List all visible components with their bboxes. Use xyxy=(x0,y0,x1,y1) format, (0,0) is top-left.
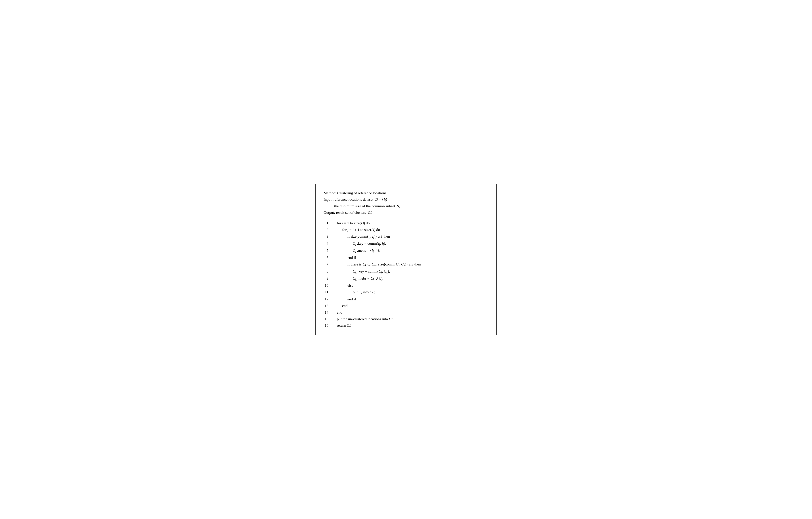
line-content-9: Ck .mebs = Ck ∪ Ci; xyxy=(331,275,383,282)
line-num-7: 7. xyxy=(324,261,331,268)
method-title: Method: Clustering of reference location… xyxy=(324,190,488,197)
line-10: 10. else xyxy=(324,282,488,289)
line-content-2: for j = i + 1 to size(D) do xyxy=(331,227,380,233)
line-3: 3. if size(comm(li, lj)) ≥ S then xyxy=(324,233,488,240)
line-content-16: return CL; xyxy=(331,322,352,329)
line-5: 5. Ci .mebs = {li, lj}; xyxy=(324,247,488,254)
algorithm-box: Method: Clustering of reference location… xyxy=(315,184,497,335)
line-1: 1. for i = 1 to size(D) do xyxy=(324,220,488,227)
line-num-13: 13. xyxy=(324,302,331,309)
line-content-1: for i = 1 to size(D) do xyxy=(331,220,370,227)
line-16: 16. return CL; xyxy=(324,322,488,329)
line-15: 15. put the un-clustered locations into … xyxy=(324,316,488,322)
line-11: 11. put Ci into CL; xyxy=(324,289,488,296)
line-7: 7. if there is Ck ∈ CL, size(comm(Ci, Ck… xyxy=(324,261,488,268)
line-13: 13. end xyxy=(324,302,488,309)
line-content-15: put the un-clustered locations into CL; xyxy=(331,316,395,322)
line-content-12: end if xyxy=(331,296,356,302)
input-line2: the minimum size of the common subset S, xyxy=(334,203,488,209)
line-2: 2. for j = i + 1 to size(D) do xyxy=(324,227,488,233)
line-num-4: 4. xyxy=(324,240,331,247)
line-content-11: put Ci into CL; xyxy=(331,289,375,296)
header-section: Method: Clustering of reference location… xyxy=(324,190,488,216)
line-9: 9. Ck .mebs = Ck ∪ Ci; xyxy=(324,275,488,282)
line-num-6: 6. xyxy=(324,254,331,261)
line-num-12: 12. xyxy=(324,296,331,302)
line-num-15: 15. xyxy=(324,316,331,322)
algorithm-body: 1. for i = 1 to size(D) do 2. for j = i … xyxy=(324,220,488,329)
line-num-11: 11. xyxy=(324,289,331,295)
line-content-13: end xyxy=(331,302,348,309)
input-line1: Input: reference locations dataset D = {… xyxy=(324,197,488,203)
line-content-3: if size(comm(li, lj)) ≥ S then xyxy=(331,233,390,240)
line-8: 8. Ck .key = comm(Ci, Ck); xyxy=(324,268,488,275)
line-num-2: 2. xyxy=(324,227,331,233)
line-num-8: 8. xyxy=(324,268,331,275)
line-num-10: 10. xyxy=(324,282,331,289)
line-content-8: Ck .key = comm(Ci, Ck); xyxy=(331,268,390,275)
line-14: 14. end xyxy=(324,309,488,316)
line-content-5: Ci .mebs = {li, lj}; xyxy=(331,247,380,254)
line-6: 6. end if xyxy=(324,254,488,261)
line-content-14: end xyxy=(331,309,342,316)
line-num-14: 14. xyxy=(324,309,331,316)
line-num-16: 16. xyxy=(324,322,331,329)
line-num-1: 1. xyxy=(324,220,331,227)
line-num-9: 9. xyxy=(324,275,331,282)
line-4: 4. Ci .key = comm(li, lj); xyxy=(324,240,488,247)
line-num-5: 5. xyxy=(324,247,331,254)
line-12: 12. end if xyxy=(324,296,488,302)
line-content-4: Ci .key = comm(li, lj); xyxy=(331,240,386,247)
line-num-3: 3. xyxy=(324,233,331,240)
line-content-10: else xyxy=(331,282,353,289)
line-content-7: if there is Ck ∈ CL, size(comm(Ci, Ck)) … xyxy=(331,261,421,268)
line-content-6: end if xyxy=(331,254,356,261)
output-line: Output: result set of clusters CL xyxy=(324,209,488,216)
